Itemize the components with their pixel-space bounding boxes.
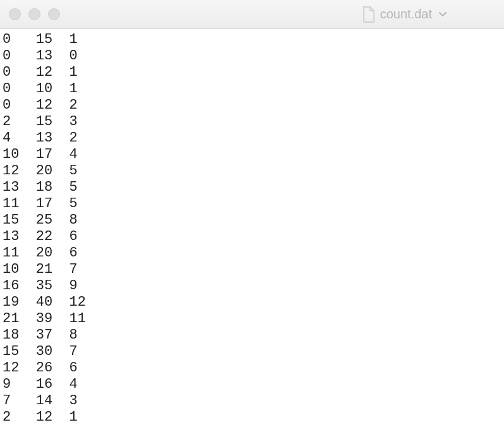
window-title-text: count.dat	[380, 7, 432, 21]
window-titlebar: count.dat	[0, 0, 504, 29]
file-icon	[363, 6, 375, 23]
close-button[interactable]	[9, 8, 21, 20]
file-content: 0 15 1 0 13 0 0 12 1 0 10 1 0 12 2 2 15 …	[0, 29, 504, 428]
chevron-down-icon	[438, 9, 447, 20]
minimize-button[interactable]	[28, 8, 40, 20]
traffic-lights	[9, 8, 60, 20]
window-title[interactable]: count.dat	[363, 6, 447, 23]
zoom-button[interactable]	[48, 8, 60, 20]
